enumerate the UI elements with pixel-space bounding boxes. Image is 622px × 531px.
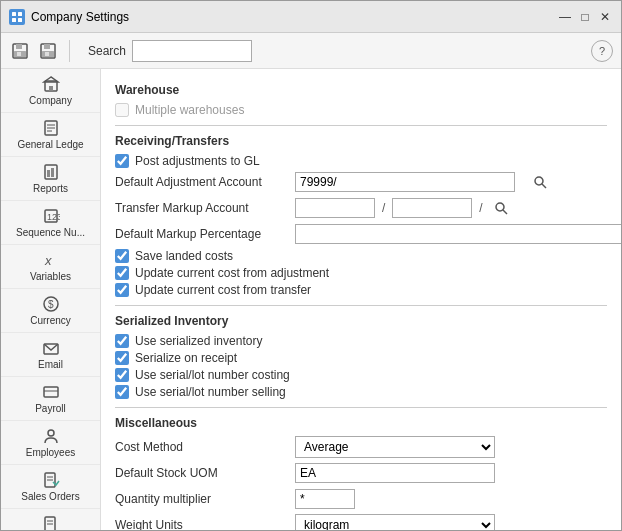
svg-rect-28 — [44, 387, 58, 397]
sidebar-item-sequence-numbers[interactable]: 123 Sequence Nu... — [1, 201, 100, 245]
sidebar-label-employees: Employees — [26, 447, 75, 458]
use-serialized-row: Use serialized inventory — [115, 334, 607, 348]
sidebar-item-general-ledger[interactable]: General Ledge — [1, 113, 100, 157]
misc-section-title: Miscellaneous — [115, 416, 607, 430]
use-serialized-label: Use serialized inventory — [135, 334, 262, 348]
multiple-warehouses-checkbox[interactable] — [115, 103, 129, 117]
transfer-markup-input1[interactable] — [295, 198, 375, 218]
sidebar-label-email: Email — [38, 359, 63, 370]
use-serial-lot-selling-checkbox[interactable] — [115, 385, 129, 399]
default-markup-pct-input[interactable] — [295, 224, 621, 244]
sidebar-item-payroll[interactable]: Payroll — [1, 377, 100, 421]
minimize-button[interactable]: — — [557, 9, 573, 25]
default-stock-uom-input[interactable] — [295, 463, 495, 483]
multiple-warehouses-label: Multiple warehouses — [135, 103, 244, 117]
post-adjustments-checkbox[interactable] — [115, 154, 129, 168]
svg-rect-3 — [18, 18, 22, 22]
sidebar-item-employees[interactable]: Employees — [1, 421, 100, 465]
default-stock-uom-label: Default Stock UOM — [115, 466, 295, 480]
cost-method-row: Cost Method Average FIFO LIFO Standard — [115, 436, 607, 458]
save-button[interactable] — [9, 40, 31, 62]
sidebar-item-reports[interactable]: Reports — [1, 157, 100, 201]
svg-rect-2 — [12, 18, 16, 22]
default-stock-uom-row: Default Stock UOM — [115, 462, 607, 484]
default-adjustment-search-btn[interactable] — [531, 173, 549, 191]
sidebar-item-variables[interactable]: x Variables — [1, 245, 100, 289]
quantity-multiplier-value-group — [295, 489, 607, 509]
update-current-transfer-checkbox[interactable] — [115, 283, 129, 297]
use-serial-lot-costing-label: Use serial/lot number costing — [135, 368, 290, 382]
variables-icon: x — [41, 251, 61, 269]
sales-orders-icon — [41, 471, 61, 489]
app-icon — [9, 9, 25, 25]
svg-point-60 — [496, 203, 504, 211]
use-serial-lot-costing-row: Use serial/lot number costing — [115, 368, 607, 382]
svg-rect-1 — [18, 12, 22, 16]
transfer-markup-input2[interactable] — [392, 198, 472, 218]
cost-method-select[interactable]: Average FIFO LIFO Standard — [295, 436, 495, 458]
use-serial-lot-costing-checkbox[interactable] — [115, 368, 129, 382]
general-ledger-icon — [41, 119, 61, 137]
default-adjustment-input[interactable] — [295, 172, 515, 192]
svg-rect-5 — [16, 44, 22, 49]
save-landed-row: Save landed costs — [115, 249, 607, 263]
save-landed-label: Save landed costs — [135, 249, 233, 263]
use-serial-lot-selling-label: Use serial/lot number selling — [135, 385, 286, 399]
maximize-button[interactable]: □ — [577, 9, 593, 25]
quantity-multiplier-label: Quantity multiplier — [115, 492, 295, 506]
payroll-icon — [41, 383, 61, 401]
divider-2 — [115, 305, 607, 306]
quantity-multiplier-input[interactable] — [295, 489, 355, 509]
update-current-adj-label: Update current cost from adjustment — [135, 266, 329, 280]
sidebar-item-company[interactable]: Company — [1, 69, 100, 113]
sidebar-item-currency[interactable]: $ Currency — [1, 289, 100, 333]
sidebar-label-sequence: Sequence Nu... — [16, 227, 85, 238]
weight-units-row: Weight Units kilogram pound gram ounce — [115, 514, 607, 530]
svg-rect-9 — [44, 44, 50, 49]
update-current-transfer-row: Update current cost from transfer — [115, 283, 607, 297]
svg-point-58 — [535, 177, 543, 185]
weight-units-value-group: kilogram pound gram ounce — [295, 514, 607, 530]
slash-3: / — [479, 201, 482, 215]
update-current-adj-checkbox[interactable] — [115, 266, 129, 280]
svg-rect-14 — [49, 86, 53, 91]
svg-text:x: x — [44, 253, 52, 268]
svg-text:$: $ — [48, 299, 54, 310]
multiple-warehouses-row: Multiple warehouses — [115, 103, 607, 117]
update-current-transfer-label: Update current cost from transfer — [135, 283, 311, 297]
weight-units-label: Weight Units — [115, 518, 295, 530]
default-adjustment-label: Default Adjustment Account — [115, 175, 295, 189]
use-serial-lot-selling-row: Use serial/lot number selling — [115, 385, 607, 399]
serialized-section-title: Serialized Inventory — [115, 314, 607, 328]
sidebar-item-sales-orders[interactable]: Sales Orders — [1, 465, 100, 509]
sidebar-label-variables: Variables — [30, 271, 71, 282]
default-markup-pct-value-group — [295, 224, 621, 244]
employees-icon — [41, 427, 61, 445]
post-adjustments-row: Post adjustments to GL — [115, 154, 607, 168]
close-button[interactable]: ✕ — [597, 9, 613, 25]
svg-point-30 — [48, 430, 54, 436]
sidebar-item-email[interactable]: Email — [1, 333, 100, 377]
sidebar-label-company: Company — [29, 95, 72, 106]
transfer-markup-row: Transfer Markup Account / / — [115, 197, 607, 219]
search-input[interactable] — [132, 40, 252, 62]
reports-icon — [41, 163, 61, 181]
default-stock-uom-value-group — [295, 463, 607, 483]
help-button[interactable]: ? — [591, 40, 613, 62]
svg-marker-13 — [44, 77, 58, 82]
default-markup-pct-row: Default Markup Percentage — [115, 223, 607, 245]
use-serialized-checkbox[interactable] — [115, 334, 129, 348]
svg-line-59 — [542, 184, 546, 188]
email-icon — [41, 339, 61, 357]
sidebar-item-purchase-orders[interactable]: Purchase Orde... — [1, 509, 100, 530]
save-landed-checkbox[interactable] — [115, 249, 129, 263]
purchase-orders-icon — [41, 515, 61, 530]
save-alt-button[interactable] — [37, 40, 59, 62]
weight-units-select[interactable]: kilogram pound gram ounce — [295, 514, 495, 530]
main-window: Company Settings — □ ✕ Searc — [0, 0, 622, 531]
serialize-receipt-label: Serialize on receipt — [135, 351, 237, 365]
cost-method-value-group: Average FIFO LIFO Standard — [295, 436, 607, 458]
serialize-receipt-checkbox[interactable] — [115, 351, 129, 365]
warehouse-section-title: Warehouse — [115, 83, 607, 97]
transfer-markup-search-btn[interactable] — [492, 199, 510, 217]
